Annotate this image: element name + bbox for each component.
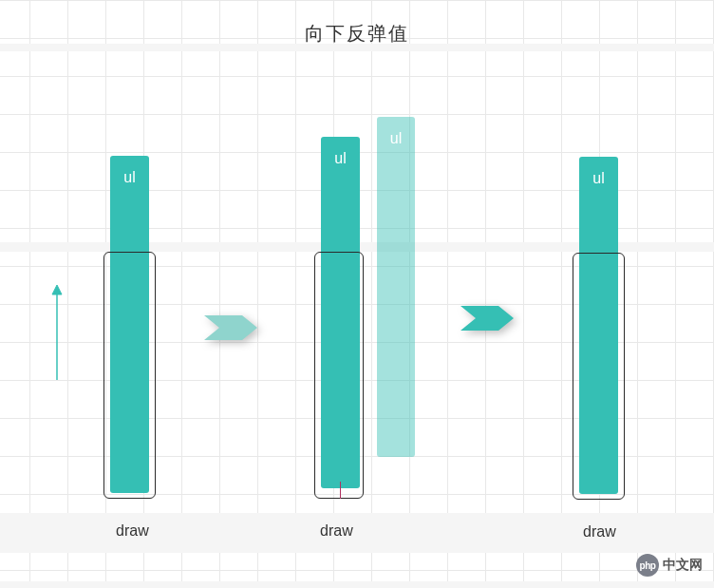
chevron-right-icon	[460, 302, 525, 334]
svg-marker-3	[460, 306, 514, 331]
svg-marker-1	[52, 285, 62, 294]
watermark-badge: php	[636, 554, 659, 577]
diagram-title: 向下反弹值	[0, 21, 714, 47]
ul-ghost-middle: ul	[377, 117, 415, 457]
draw-rect-middle	[314, 252, 364, 499]
draw-rect-left	[103, 252, 156, 499]
ul-label-middle: ul	[321, 137, 360, 167]
draw-rect-right	[573, 253, 625, 500]
watermark-text: 中文网	[663, 557, 703, 574]
chevron-right-icon	[204, 312, 269, 344]
bg-strip-4	[0, 581, 714, 588]
caption-right: draw	[583, 523, 616, 541]
svg-marker-2	[204, 315, 257, 340]
watermark: php 中文网	[636, 554, 703, 577]
ul-label-left: ul	[110, 156, 149, 186]
caption-left: draw	[116, 522, 149, 540]
caption-middle: draw	[320, 522, 353, 540]
ul-label-right: ul	[579, 157, 618, 187]
pinline-middle	[340, 482, 341, 499]
up-arrow-icon	[50, 285, 64, 380]
ul-ghost-label-middle: ul	[377, 117, 415, 147]
